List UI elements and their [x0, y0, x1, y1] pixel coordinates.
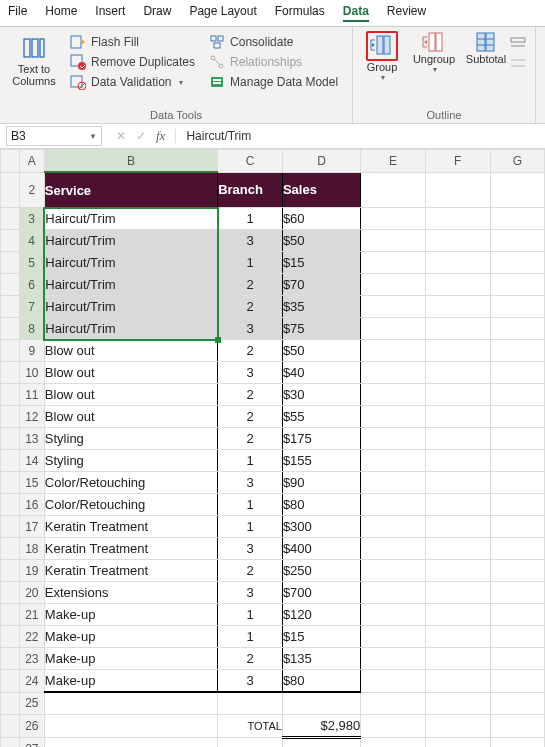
cell-service[interactable]: Blow out — [44, 340, 217, 362]
cell-sales[interactable]: $120 — [282, 604, 360, 626]
formula-value[interactable]: Haircut/Trim — [175, 129, 251, 143]
row-header[interactable]: 27 — [19, 738, 44, 748]
cell-service[interactable]: Blow out — [44, 406, 217, 428]
cell-service[interactable]: Make-up — [44, 604, 217, 626]
cell-branch[interactable]: 3 — [218, 670, 283, 693]
total-label[interactable]: TOTAL — [218, 715, 283, 738]
hide-detail-icon[interactable] — [510, 57, 526, 69]
cell-service[interactable]: Haircut/Trim — [44, 274, 217, 296]
remove-duplicates-button[interactable]: Remove Duplicates — [68, 53, 197, 71]
row-header[interactable]: 16 — [19, 494, 44, 516]
header-sales[interactable]: Sales — [282, 172, 360, 208]
cell-service[interactable]: Haircut/Trim — [44, 252, 217, 274]
menu-home[interactable]: Home — [45, 4, 77, 22]
cell-service[interactable]: Blow out — [44, 384, 217, 406]
row-header[interactable]: 3 — [19, 208, 44, 230]
data-validation-button[interactable]: Data Validation ▾ — [68, 73, 197, 91]
total-value[interactable]: $2,980 — [282, 715, 360, 738]
select-all-button[interactable] — [1, 150, 20, 173]
cancel-icon[interactable]: ✕ — [116, 129, 126, 143]
cell-service[interactable]: Color/Retouching — [44, 472, 217, 494]
cell-service[interactable]: Make-up — [44, 648, 217, 670]
cell-service[interactable]: Make-up — [44, 626, 217, 648]
row-header[interactable]: 9 — [19, 340, 44, 362]
enter-icon[interactable]: ✓ — [136, 129, 146, 143]
cell-branch[interactable]: 1 — [218, 252, 283, 274]
cell-service[interactable]: Styling — [44, 428, 217, 450]
cell-sales[interactable]: $55 — [282, 406, 360, 428]
row-header[interactable]: 20 — [19, 582, 44, 604]
cell-sales[interactable]: $15 — [282, 626, 360, 648]
cell-sales[interactable]: $50 — [282, 230, 360, 252]
group-button[interactable]: Group ▾ — [359, 31, 405, 82]
cell-sales[interactable]: $250 — [282, 560, 360, 582]
cell-service[interactable]: Keratin Treatment — [44, 560, 217, 582]
manage-data-model-button[interactable]: Manage Data Model — [207, 73, 340, 91]
row-header[interactable]: 7 — [19, 296, 44, 318]
col-D[interactable]: D — [282, 150, 360, 173]
row-header[interactable]: 12 — [19, 406, 44, 428]
name-box[interactable]: B3 ▼ — [6, 126, 102, 146]
cell-service[interactable]: Keratin Treatment — [44, 516, 217, 538]
consolidate-button[interactable]: Consolidate — [207, 33, 340, 51]
cell-branch[interactable]: 1 — [218, 604, 283, 626]
row-header[interactable]: 5 — [19, 252, 44, 274]
worksheet-grid[interactable]: A B C D E F G 2 Service Branch Sales 3Ha… — [0, 149, 545, 747]
text-to-columns-button[interactable]: Text to Columns — [6, 31, 62, 91]
header-service[interactable]: Service — [44, 172, 217, 208]
fx-icon[interactable]: fx — [156, 128, 165, 144]
show-detail-icon[interactable] — [510, 37, 526, 49]
cell-sales[interactable]: $60 — [282, 208, 360, 230]
cell-sales[interactable]: $50 — [282, 340, 360, 362]
cell-sales[interactable]: $80 — [282, 670, 360, 693]
col-G[interactable]: G — [490, 150, 544, 173]
cell-sales[interactable]: $135 — [282, 648, 360, 670]
cell-branch[interactable]: 2 — [218, 406, 283, 428]
cell-branch[interactable]: 2 — [218, 274, 283, 296]
row-header[interactable]: 15 — [19, 472, 44, 494]
cell-sales[interactable]: $155 — [282, 450, 360, 472]
cell-service[interactable]: Haircut/Trim — [44, 318, 217, 340]
cell-sales[interactable]: $35 — [282, 296, 360, 318]
cell-sales[interactable]: $700 — [282, 582, 360, 604]
menu-page-layout[interactable]: Page Layout — [189, 4, 256, 22]
chevron-down-icon[interactable]: ▼ — [89, 132, 97, 141]
row-header[interactable]: 19 — [19, 560, 44, 582]
cell-branch[interactable]: 3 — [218, 318, 283, 340]
cell-branch[interactable]: 2 — [218, 648, 283, 670]
cell-service[interactable]: Styling — [44, 450, 217, 472]
chevron-down-icon[interactable]: ▾ — [433, 65, 437, 74]
cell-branch[interactable]: 1 — [218, 516, 283, 538]
cell-service[interactable]: Haircut/Trim — [44, 230, 217, 252]
cell-branch[interactable]: 2 — [218, 296, 283, 318]
row-header[interactable]: 26 — [19, 715, 44, 738]
ungroup-button[interactable]: Ungroup ▾ — [411, 31, 457, 82]
cell-branch[interactable]: 3 — [218, 472, 283, 494]
row-header[interactable]: 14 — [19, 450, 44, 472]
cell-branch[interactable]: 1 — [218, 626, 283, 648]
row-header[interactable]: 6 — [19, 274, 44, 296]
cell-branch[interactable]: 1 — [218, 450, 283, 472]
cell-branch[interactable]: 3 — [218, 362, 283, 384]
row-header[interactable]: 17 — [19, 516, 44, 538]
cell-sales[interactable]: $30 — [282, 384, 360, 406]
chevron-down-icon[interactable]: ▾ — [179, 78, 183, 87]
cell-branch[interactable]: 3 — [218, 538, 283, 560]
cell-service[interactable]: Haircut/Trim — [44, 296, 217, 318]
row-header[interactable]: 2 — [19, 172, 44, 208]
cell-branch[interactable]: 3 — [218, 582, 283, 604]
menu-data[interactable]: Data — [343, 4, 369, 22]
cell-branch[interactable]: 3 — [218, 230, 283, 252]
subtotal-button[interactable]: Subtotal — [463, 31, 509, 82]
cell-service[interactable]: Make-up — [44, 670, 217, 693]
header-branch[interactable]: Branch — [218, 172, 283, 208]
col-C[interactable]: C — [218, 150, 283, 173]
cell-service[interactable]: Extensions — [44, 582, 217, 604]
cell-branch[interactable]: 1 — [218, 494, 283, 516]
cell-sales[interactable]: $15 — [282, 252, 360, 274]
menu-formulas[interactable]: Formulas — [275, 4, 325, 22]
col-A[interactable]: A — [19, 150, 44, 173]
cell-service[interactable]: Haircut/Trim — [44, 208, 217, 230]
cell-service[interactable]: Keratin Treatment — [44, 538, 217, 560]
menu-review[interactable]: Review — [387, 4, 426, 22]
